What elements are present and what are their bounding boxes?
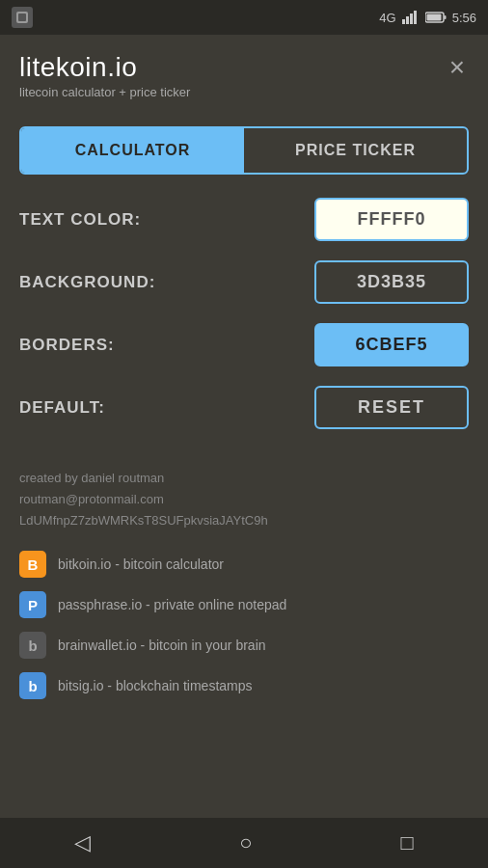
text-color-input[interactable] xyxy=(314,198,469,241)
time-label: 5:56 xyxy=(452,11,476,25)
back-button[interactable]: ◁ xyxy=(51,823,114,863)
status-bar-right: 4G 5:56 xyxy=(379,11,476,25)
bitsig-link-text: bitsig.io - blockchain timestamps xyxy=(58,678,253,693)
app-title: litekoin.io xyxy=(19,52,190,83)
list-item[interactable]: b brainwallet.io - bitcoin in your brain xyxy=(19,632,469,659)
creator-text: created by daniel routman xyxy=(19,468,469,489)
passphrase-link-text: passphrase.io - private online notepad xyxy=(58,597,286,612)
brainwallet-link-text: brainwallet.io - bitcoin in your brain xyxy=(58,637,266,653)
svg-rect-1 xyxy=(18,14,26,21)
email-text: routman@protonmail.com xyxy=(19,489,469,510)
bitsig-icon: b xyxy=(19,672,46,699)
svg-rect-8 xyxy=(426,14,441,21)
app-links: B bitkoin.io - bitcoin calculator P pass… xyxy=(0,541,488,699)
background-row: BACKGROUND: xyxy=(19,260,469,304)
recent-button[interactable]: □ xyxy=(378,823,437,863)
settings-section: TEXT COLOR: BACKGROUND: BORDERS: DEFAULT… xyxy=(0,175,488,429)
bitkoin-icon: B xyxy=(19,551,46,578)
borders-label: BORDERS: xyxy=(19,336,115,355)
signal-icon xyxy=(402,11,420,24)
svg-rect-5 xyxy=(414,11,417,24)
brainwallet-icon: b xyxy=(19,632,46,659)
status-bar: 4G 5:56 xyxy=(0,0,488,35)
footer-info: created by daniel routman routman@proton… xyxy=(0,448,488,541)
header: litekoin.io litecoin calculator + price … xyxy=(0,35,488,109)
list-item[interactable]: P passphrase.io - private online notepad xyxy=(19,591,469,618)
text-color-row: TEXT COLOR: xyxy=(19,198,469,241)
signal-label: 4G xyxy=(379,11,395,25)
bottom-nav: ◁ ○ □ xyxy=(0,818,488,868)
list-item[interactable]: B bitkoin.io - bitcoin calculator xyxy=(19,551,469,578)
header-text: litekoin.io litecoin calculator + price … xyxy=(19,52,190,99)
default-row: DEFAULT: RESET xyxy=(19,386,469,429)
battery-icon xyxy=(425,12,447,23)
tab-calculator[interactable]: CALCULATOR xyxy=(21,128,244,173)
borders-input[interactable] xyxy=(314,323,469,366)
list-item[interactable]: b bitsig.io - blockchain timestamps xyxy=(19,672,469,699)
address-text: LdUMfnpZ7zbWMRKsT8SUFpkvsiaJAYtC9h xyxy=(19,510,469,531)
background-input[interactable] xyxy=(314,260,469,304)
passphrase-icon: P xyxy=(19,591,46,618)
svg-rect-7 xyxy=(444,15,446,19)
app-subtitle: litecoin calculator + price ticker xyxy=(19,85,190,99)
svg-rect-4 xyxy=(410,14,413,24)
reset-button[interactable]: RESET xyxy=(314,386,469,429)
tabs-container: CALCULATOR PRICE TICKER xyxy=(19,126,469,175)
text-color-label: TEXT COLOR: xyxy=(19,210,141,230)
borders-row: BORDERS: xyxy=(19,323,469,366)
app-icon-status xyxy=(12,7,33,28)
home-button[interactable]: ○ xyxy=(216,823,275,863)
background-label: BACKGROUND: xyxy=(19,273,155,292)
svg-rect-3 xyxy=(406,16,409,24)
default-label: DEFAULT: xyxy=(19,398,105,418)
bitkoin-link-text: bitkoin.io - bitcoin calculator xyxy=(58,556,224,572)
status-bar-left xyxy=(12,7,33,28)
tab-price-ticker[interactable]: PRICE TICKER xyxy=(244,128,467,173)
close-button[interactable]: × xyxy=(446,52,469,83)
svg-rect-2 xyxy=(402,19,405,24)
